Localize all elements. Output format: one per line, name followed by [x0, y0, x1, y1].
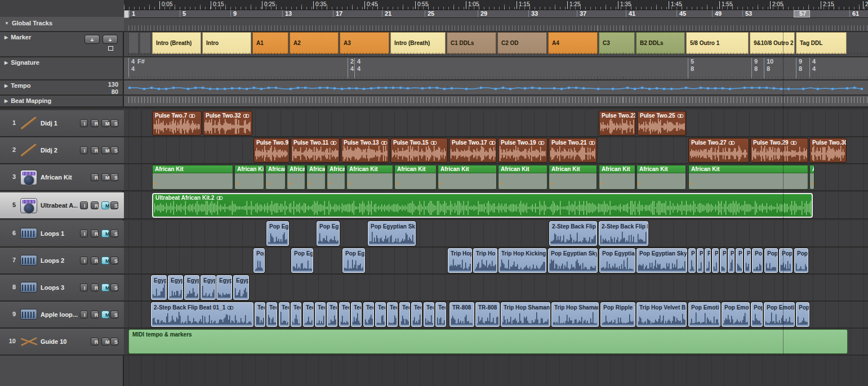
marker-c2-od[interactable]: C2 OD — [497, 32, 547, 54]
time-signature-event[interactable]: 44 — [809, 58, 816, 78]
region[interactable]: 2-Step Back Flip B — [599, 221, 648, 246]
region[interactable]: Tec — [351, 302, 362, 327]
marker-c1-ddls[interactable]: C1 DDLs — [447, 32, 496, 54]
region[interactable]: Tec — [399, 302, 410, 327]
mute-button[interactable]: M — [101, 230, 109, 237]
time-signature-event[interactable]: 58 — [688, 58, 694, 78]
region[interactable]: Pop — [794, 248, 808, 273]
region[interactable]: Pulse Two.15 — [390, 138, 448, 163]
region[interactable]: Af — [809, 165, 814, 190]
tempo-curve[interactable] — [128, 80, 868, 95]
solo-button[interactable]: S — [110, 311, 118, 318]
input-monitor-button[interactable]: I — [80, 284, 88, 291]
region[interactable]: Pop Egyptian — [599, 248, 635, 273]
region[interactable]: Egyptian — [201, 275, 216, 300]
region[interactable]: African Kit — [327, 165, 345, 190]
region[interactable]: P — [736, 248, 743, 273]
region[interactable]: Tec — [363, 302, 374, 327]
region[interactable]: Tec — [291, 302, 301, 327]
region[interactable]: Pop Emoti — [722, 302, 750, 327]
marker-intro[interactable]: Intro — [202, 32, 251, 54]
region[interactable]: African Kit — [287, 165, 305, 190]
region[interactable]: Pulse Two.17 — [449, 138, 497, 163]
track-header-loops-2[interactable]: 7Loops 2IRMS — [0, 248, 124, 275]
add-multiple-global-tracks-button[interactable]: + — [103, 35, 118, 44]
time-signature-event[interactable]: 24 — [348, 58, 354, 78]
input-monitor-button[interactable]: I — [80, 146, 88, 154]
tempo-row-label[interactable]: ▶Tempo — [5, 82, 30, 89]
marker-empty[interactable] — [140, 32, 151, 54]
region[interactable]: Pop — [752, 248, 763, 273]
solo-button[interactable]: S — [110, 284, 118, 291]
region[interactable]: Trip Hop Velvet B — [636, 302, 687, 327]
region[interactable]: P — [688, 248, 696, 273]
region[interactable]: Pop Egy — [266, 221, 289, 246]
marker-b2-ddls[interactable]: B2 DDLs — [636, 32, 685, 54]
record-enable-button[interactable]: R — [91, 201, 99, 209]
input-monitor-button[interactable]: I — [80, 257, 88, 264]
region[interactable]: Pop Egy — [291, 248, 313, 273]
marker-9-10-8-outro-2[interactable]: 9&10/8 Outro 2 — [750, 32, 795, 54]
add-global-track-button[interactable]: + — [84, 35, 100, 44]
region[interactable]: TR-808 — [449, 302, 474, 327]
region[interactable]: Tec — [424, 302, 434, 327]
mute-button[interactable]: M — [101, 257, 109, 264]
disclosure-down-icon[interactable]: ▼ — [5, 21, 9, 26]
mute-button[interactable]: M — [101, 201, 109, 209]
region[interactable]: Pulse Two.9 — [253, 138, 290, 163]
region[interactable]: African Kit — [636, 165, 686, 190]
marker-intro-breath-[interactable]: Intro (Breath) — [390, 32, 446, 54]
region[interactable]: 2-Step Back Flip I — [549, 221, 597, 246]
region[interactable]: Pop Emoti — [688, 302, 720, 327]
region[interactable]: African Kit — [688, 165, 808, 190]
region[interactable]: African Kit — [346, 165, 393, 190]
region[interactable]: Trip Hop — [448, 248, 472, 273]
region[interactable]: Pop — [253, 248, 265, 273]
record-enable-button[interactable]: R — [91, 311, 99, 318]
disclosure-right-icon[interactable]: ▶ — [5, 35, 8, 40]
region[interactable]: Pulse Two.30 — [809, 138, 847, 163]
signature-row-label[interactable]: ▶Signature — [5, 59, 39, 66]
region[interactable]: 2-Step Back Flip Beat 01_1 — [151, 302, 253, 327]
region[interactable]: Tec — [435, 302, 446, 327]
song-start-marker[interactable] — [124, 10, 129, 18]
record-enable-button[interactable]: R — [91, 173, 99, 181]
mute-button[interactable]: M — [101, 284, 109, 291]
time-signature-event[interactable]: 98 — [796, 58, 802, 78]
region[interactable]: Trip Ho — [473, 248, 497, 273]
region[interactable]: Trip Hop Kicking — [498, 248, 546, 273]
region[interactable]: Pulse Two.11 — [291, 138, 340, 163]
input-monitor-button[interactable]: I — [80, 311, 88, 318]
region[interactable]: Pop Ripple T — [600, 302, 635, 327]
region[interactable]: P — [705, 248, 711, 273]
region[interactable]: Pop Egyptian Sky — [368, 221, 416, 246]
solo-button[interactable]: S — [110, 201, 118, 209]
time-signature-event[interactable]: 44 — [354, 58, 360, 78]
region[interactable]: Pulse Two.32 — [203, 111, 252, 136]
marker-a1[interactable]: A1 — [252, 32, 288, 54]
bar-ruler[interactable]: 15913172125293337414549535761 — [124, 10, 868, 18]
disclosure-right-icon[interactable]: ▶ — [5, 98, 8, 104]
region[interactable]: Tec — [279, 302, 290, 327]
region[interactable]: Ultrabeat African Kit.2 — [152, 193, 813, 218]
record-enable-button[interactable]: R — [91, 119, 99, 127]
region[interactable]: P — [720, 248, 727, 273]
region[interactable]: Tec — [266, 302, 277, 327]
solo-button[interactable]: S — [110, 257, 118, 264]
region[interactable]: TR-808 — [475, 302, 500, 327]
disclosure-right-icon[interactable]: ▶ — [5, 83, 8, 88]
region[interactable]: Pulse Two.23 — [599, 111, 636, 136]
marker-a2[interactable]: A2 — [290, 32, 339, 54]
region[interactable]: African Kit — [152, 165, 233, 190]
region[interactable]: African Kit — [549, 165, 597, 190]
region[interactable]: Egyptian — [233, 275, 249, 300]
region[interactable]: African Kit — [599, 165, 635, 190]
beat-mapping-row-label[interactable]: ▶Beat Mapping — [5, 97, 51, 104]
region[interactable]: Egyptian — [184, 275, 199, 300]
marker-empty[interactable] — [128, 32, 139, 54]
marker-a4[interactable]: A4 — [548, 32, 598, 54]
region[interactable]: Pop — [779, 248, 793, 273]
region[interactable]: Pulse Two.7 — [152, 111, 202, 136]
time-signature-event[interactable]: 108 — [764, 58, 773, 78]
region[interactable]: Pop Egyptian Sky — [636, 248, 687, 273]
